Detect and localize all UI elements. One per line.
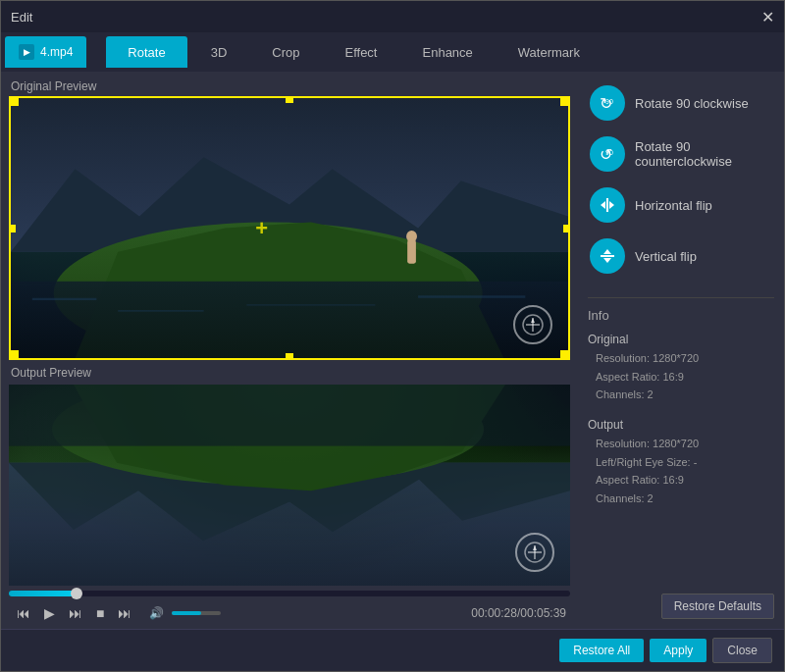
rotate-cw-label: Rotate 90 clockwise xyxy=(635,96,749,111)
restore-defaults-area: Restore Defaults xyxy=(588,586,774,619)
right-panel: ↻ 90 Rotate 90 clockwise ↺ 90 Rotate 90 … xyxy=(578,72,784,629)
file-tab-label: 4.mp4 xyxy=(40,45,73,59)
rotate-cw-button[interactable]: ↻ 90 Rotate 90 clockwise xyxy=(588,81,774,125)
output-landscape-svg xyxy=(9,385,570,586)
flip-h-button[interactable]: Horizontal flip xyxy=(588,183,774,227)
window-title: Edit xyxy=(11,10,32,25)
crop-handle-bm[interactable] xyxy=(286,353,293,358)
out-resolution: Resolution: 1280*720 xyxy=(588,435,774,453)
edit-window: Edit ✕ ▶ 4.mp4 Rotate 3D Crop Effect Enh… xyxy=(0,0,785,672)
progress-thumb[interactable] xyxy=(71,588,82,599)
crop-handle-tm[interactable] xyxy=(286,98,293,103)
svg-marker-32 xyxy=(603,249,611,254)
title-bar: Edit ✕ xyxy=(1,1,784,32)
play-button[interactable]: ▶ xyxy=(40,603,59,623)
close-button[interactable]: Close xyxy=(712,638,772,663)
progress-bar[interactable] xyxy=(9,591,570,596)
flip-h-icon xyxy=(590,187,625,223)
flip-v-icon xyxy=(590,238,625,274)
volume-slider[interactable] xyxy=(172,611,221,615)
rotate-ccw-label: Rotate 90 counterclockwise xyxy=(635,139,772,169)
svg-marker-14 xyxy=(531,318,535,323)
out-eye-size: Left/Right Eye Size: - xyxy=(588,453,774,472)
navigate-svg-2 xyxy=(524,542,546,563)
tab-watermark[interactable]: Watermark xyxy=(497,36,602,68)
output-info-title: Output xyxy=(588,418,774,432)
time-display: 00:00:28/00:05:39 xyxy=(471,606,566,620)
tab-crop[interactable]: Crop xyxy=(250,36,321,68)
progress-bar-fill xyxy=(9,591,77,596)
volume-area: 🔊 xyxy=(145,604,221,622)
orig-resolution: Resolution: 1280*720 xyxy=(588,349,774,368)
window-close-button[interactable]: ✕ xyxy=(761,8,774,26)
svg-text:90: 90 xyxy=(605,149,613,156)
svg-point-10 xyxy=(406,231,417,242)
info-section: Info Original Resolution: 1280*720 Aspec… xyxy=(588,297,774,522)
volume-icon: 🔊 xyxy=(145,604,168,622)
restore-defaults-button[interactable]: Restore Defaults xyxy=(661,594,774,619)
file-tab[interactable]: ▶ 4.mp4 xyxy=(5,36,86,68)
svg-rect-4 xyxy=(11,282,568,358)
crop-handle-rm[interactable] xyxy=(563,225,568,233)
original-info-title: Original xyxy=(588,333,774,346)
tab-bar: ▶ 4.mp4 Rotate 3D Crop Effect Enhance Wa… xyxy=(1,32,784,72)
crop-handle-bl[interactable] xyxy=(11,350,19,358)
stop-button[interactable]: ■ xyxy=(92,603,108,623)
original-preview: + xyxy=(9,96,570,360)
rotate-cw-icon: ↻ 90 xyxy=(590,85,625,121)
output-info-group: Output Resolution: 1280*720 Left/Right E… xyxy=(588,418,774,508)
left-panel: Original Preview xyxy=(1,72,578,629)
output-preview-label: Output Preview xyxy=(9,366,570,380)
crop-handle-tr[interactable] xyxy=(560,98,568,106)
flip-h-label: Horizontal flip xyxy=(635,198,712,213)
flip-v-label: Vertical flip xyxy=(635,249,697,264)
next-button[interactable]: ⏭ xyxy=(114,603,135,623)
svg-rect-9 xyxy=(407,240,416,264)
tab-enhance[interactable]: Enhance xyxy=(401,36,495,68)
restore-all-button[interactable]: Restore All xyxy=(559,639,644,662)
rotate-ccw-button[interactable]: ↺ 90 Rotate 90 counterclockwise xyxy=(588,132,774,176)
original-preview-label: Original Preview xyxy=(9,79,570,93)
action-buttons: ↻ 90 Rotate 90 clockwise ↺ 90 Rotate 90 … xyxy=(588,81,774,278)
original-info-group: Original Resolution: 1280*720 Aspect Rat… xyxy=(588,333,774,404)
crop-handle-br[interactable] xyxy=(560,350,568,358)
out-aspect-ratio: Aspect Ratio: 16:9 xyxy=(588,471,774,490)
svg-text:90: 90 xyxy=(605,98,613,105)
original-landscape-svg xyxy=(11,98,568,358)
svg-marker-30 xyxy=(609,201,614,209)
apply-button[interactable]: Apply xyxy=(650,639,706,662)
orig-channels: Channels: 2 xyxy=(588,386,774,404)
rotate-ccw-icon: ↺ 90 xyxy=(590,136,625,172)
svg-marker-23 xyxy=(533,545,537,550)
flip-v-button[interactable]: Vertical flip xyxy=(588,234,774,278)
tab-rotate[interactable]: Rotate xyxy=(106,36,186,68)
info-title: Info xyxy=(588,308,774,323)
step-fwd-button[interactable]: ⏭ xyxy=(65,603,86,623)
navigate-icon-orig xyxy=(513,305,552,344)
svg-marker-29 xyxy=(601,201,605,209)
svg-marker-33 xyxy=(603,258,611,263)
controls-bar: ⏮ ▶ ⏭ ■ ⏭ 🔊 00:00:28/00:05:39 xyxy=(9,599,570,629)
navigate-svg xyxy=(522,314,544,336)
crop-handle-lm[interactable] xyxy=(11,225,16,233)
volume-fill xyxy=(172,611,201,615)
out-channels: Channels: 2 xyxy=(588,490,774,508)
tab-effect[interactable]: Effect xyxy=(323,36,398,68)
crop-handle-tl[interactable] xyxy=(11,98,19,106)
navigate-icon-output xyxy=(515,533,554,572)
step-back-button[interactable]: ⏮ xyxy=(13,603,34,623)
bottom-bar: Restore All Apply Close xyxy=(1,629,784,671)
content-area: Original Preview xyxy=(1,72,784,629)
tab-3d[interactable]: 3D xyxy=(189,36,249,68)
nav-tabs: Rotate 3D Crop Effect Enhance Watermark xyxy=(106,36,602,68)
output-preview xyxy=(9,385,570,586)
orig-aspect-ratio: Aspect Ratio: 16:9 xyxy=(588,368,774,387)
svg-rect-19 xyxy=(9,385,570,446)
file-tab-icon: ▶ xyxy=(19,44,34,60)
